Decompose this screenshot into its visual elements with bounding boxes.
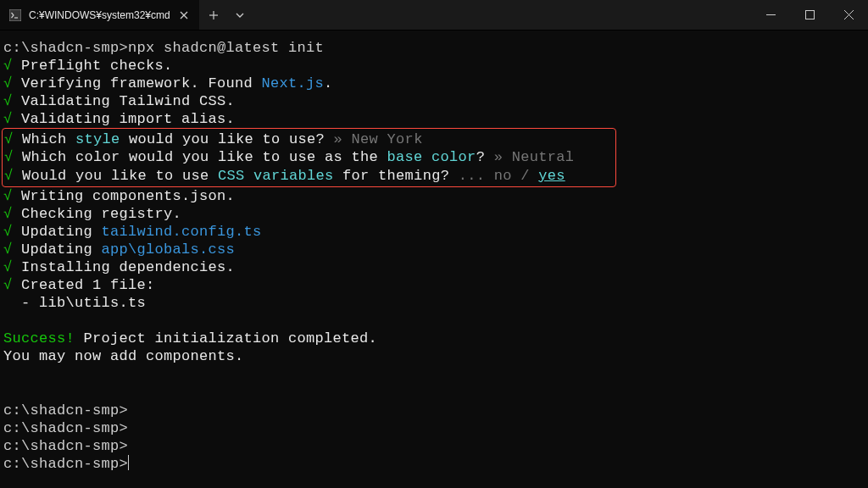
check-line: √ Updating tailwind.config.ts — [3, 223, 865, 241]
cmd-icon — [8, 8, 22, 22]
prompt-active: c:\shadcn-smp> — [3, 455, 865, 473]
check-line: √ Installing dependencies. — [3, 258, 865, 276]
command-line: c:\shadcn-smp>npx shadcn@latest init — [3, 39, 865, 57]
cursor — [128, 455, 129, 470]
prompt-idle: c:\shadcn-smp> — [3, 437, 865, 455]
prompt-idle: c:\shadcn-smp> — [3, 419, 865, 437]
terminal-output[interactable]: c:\shadcn-smp>npx shadcn@latest init √ P… — [0, 30, 868, 473]
check-line: √ Validating Tailwind CSS. — [3, 92, 865, 110]
tab-dropdown-button[interactable] — [228, 0, 252, 30]
success-line: Success! Project initialization complete… — [3, 330, 865, 347]
tab-close-button[interactable] — [177, 8, 191, 22]
check-line: √ Writing components.json. — [3, 187, 865, 205]
titlebar-drag-area[interactable] — [252, 0, 751, 30]
active-tab[interactable]: C:¥WINDOWS¥system32¥cmd — [0, 0, 199, 30]
check-line: √ Verifying framework. Found Next.js. — [3, 75, 865, 92]
minimize-button[interactable] — [751, 0, 790, 30]
prompt-line: √ Would you like to use CSS variables fo… — [4, 167, 615, 185]
svg-rect-0 — [9, 9, 21, 21]
info-line: You may now add components. — [3, 347, 865, 365]
check-line: √ Preflight checks. — [3, 57, 865, 75]
prompt-line: √ Which color would you like to use as t… — [4, 148, 615, 166]
check-line: √ Updating app\globals.css — [3, 241, 865, 258]
check-line: √ Validating import alias. — [3, 110, 865, 128]
maximize-button[interactable] — [790, 0, 829, 30]
tab-title: C:¥WINDOWS¥system32¥cmd — [29, 9, 170, 21]
svg-rect-7 — [805, 11, 814, 19]
highlighted-prompts: √ Which style would you like to use? » N… — [2, 128, 616, 186]
new-tab-button[interactable] — [199, 0, 228, 30]
prompt-line: √ Which style would you like to use? » N… — [4, 130, 615, 148]
file-line: - lib\utils.ts — [3, 294, 865, 312]
close-button[interactable] — [829, 0, 868, 30]
window-controls — [751, 0, 868, 30]
prompt-idle: c:\shadcn-smp> — [3, 402, 865, 419]
check-line: √ Checking registry. — [3, 205, 865, 223]
check-line: √ Created 1 file: — [3, 276, 865, 294]
titlebar: C:¥WINDOWS¥system32¥cmd — [0, 0, 868, 30]
